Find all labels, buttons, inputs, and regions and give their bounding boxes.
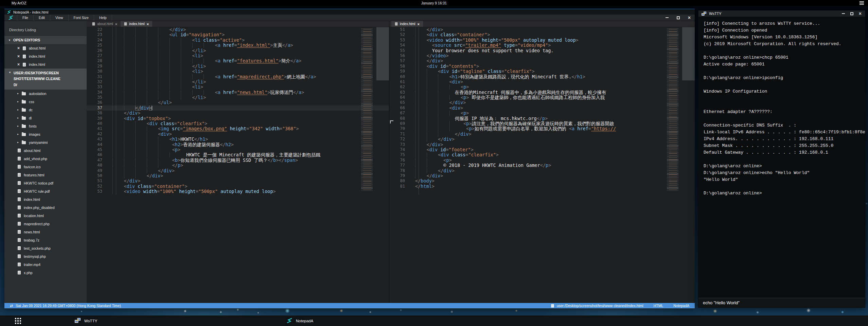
file-item[interactable]: mapredirect.php — [4, 220, 87, 228]
code-line[interactable]: 55 Your browser does not support the vid… — [389, 48, 695, 53]
code-line[interactable]: 72 </div> — [389, 137, 695, 142]
taskbar-item-notepada[interactable]: NotepadA — [282, 315, 318, 326]
code-line[interactable]: 54 <source src="trailer.mp4" type="video… — [389, 43, 695, 48]
tab-about.html[interactable]: about.html× — [89, 21, 121, 27]
code-line[interactable]: 51 </div> — [389, 27, 695, 32]
folder-item[interactable]: ▸dc — [4, 106, 87, 114]
code-line[interactable]: 62 <p> — [389, 84, 695, 90]
code-line[interactable]: 78 </div> — [389, 168, 695, 173]
status-language-mode[interactable]: HTML — [654, 304, 663, 308]
file-item[interactable]: features.html — [4, 171, 87, 179]
open-editors-header[interactable]: ▾ OPEN EDITORS — [4, 36, 87, 44]
code-line[interactable]: 68 伺服器 IP 地址為： mcs.hkwtc.org</p> — [389, 116, 695, 121]
close-tab-icon[interactable]: × — [147, 22, 149, 26]
folder-item[interactable]: ▸yamiyamimi — [4, 138, 87, 147]
maximize-icon[interactable] — [677, 16, 680, 19]
folder-item[interactable]: ▸dl — [4, 114, 87, 122]
close-icon[interactable]: × — [688, 15, 691, 20]
code-line[interactable]: 51 </div> — [87, 178, 389, 184]
code-line[interactable]: 56 </video> — [389, 53, 695, 58]
folder-item[interactable]: ▸css — [4, 98, 87, 106]
close-tab-icon[interactable]: × — [418, 22, 420, 26]
minimize-icon[interactable] — [842, 13, 845, 14]
notepada-title-bar[interactable]: NotepadA - index.html — [4, 9, 695, 15]
code-line[interactable]: 30 <li> — [87, 69, 389, 74]
code-line[interactable]: 50 </div> — [87, 173, 389, 178]
code-line[interactable]: 80</body> — [389, 178, 695, 184]
code-line[interactable]: 32 </li> — [87, 79, 389, 84]
file-item[interactable]: location.html — [4, 212, 87, 220]
file-item[interactable]: test_sockets.php — [4, 244, 87, 252]
code-line[interactable]: 40 <div class="clearfix"> — [87, 121, 389, 126]
code-line[interactable]: 34 <a href="news.html">玩家傳送門</a> — [87, 90, 389, 95]
menu-file[interactable]: File — [17, 15, 34, 21]
code-line[interactable]: 65 </div> — [389, 100, 695, 105]
close-tab-icon[interactable]: × — [115, 22, 117, 26]
folder-item[interactable]: ▸autostation — [4, 90, 87, 98]
close-file-icon[interactable]: × — [17, 46, 20, 50]
code-line[interactable]: 44 <h2>香港的建築伺服器</h2> — [87, 142, 389, 147]
code-line[interactable]: 45 <p> — [87, 147, 389, 152]
code-line[interactable]: 66 <div> — [389, 106, 695, 111]
file-item[interactable]: teabag.7z — [4, 236, 87, 244]
status-file-path[interactable]: user:/Desktop/screenshot/test/www cleane… — [557, 304, 643, 308]
code-line[interactable]: 38 </div> — [87, 111, 389, 116]
close-file-icon[interactable]: × — [17, 54, 20, 58]
menu-help[interactable]: Help — [94, 15, 112, 21]
code-line[interactable]: 52 <div class="container"> — [87, 184, 389, 189]
file-item[interactable]: news.html — [4, 228, 87, 236]
file-item[interactable]: about.html — [4, 147, 87, 155]
code-line[interactable]: 64 <p> 即使你不是建築師，你也能透過紅石師或鐵路工程師的身份加入我 — [389, 95, 695, 100]
file-item[interactable]: index.php_disabled — [4, 204, 87, 212]
code-line[interactable]: 77 © 2018 - 2019 HKWTC Animation Gamer</… — [389, 163, 695, 168]
code-line[interactable]: 58 <div id="contents"> — [389, 64, 695, 69]
code-line[interactable]: 71 </div> — [389, 132, 695, 137]
scrollbar-thumb[interactable] — [682, 27, 695, 80]
file-item[interactable]: favicon.ico — [4, 163, 87, 171]
code-line[interactable]: 41 <img src="images/box.png" height="342… — [87, 126, 389, 131]
terminal-input[interactable]: echo "Hello World" — [698, 298, 865, 307]
code-line[interactable]: 74 <div id="footer"> — [389, 147, 695, 152]
code-line[interactable]: 33 <li> — [87, 84, 389, 90]
code-line[interactable]: 27 <li> — [87, 53, 389, 58]
code-line[interactable]: 39 <div id="topbox"> — [87, 116, 389, 121]
code-line[interactable]: 46 HKWTC 是一個 Minecraft 的建築伺服器，主要建築計劃包括鐵 — [87, 152, 389, 157]
tab-index.html[interactable]: index.html× — [391, 21, 423, 27]
code-area-left[interactable]: 22 </div>23 <ul id="navigation">24 <li c… — [87, 27, 389, 303]
code-line[interactable]: 23 <ul id="navigation"> — [87, 32, 389, 37]
notepada-logo-icon[interactable] — [4, 15, 17, 21]
code-line[interactable]: 28 <a href="features.html">簡介</a> — [87, 58, 389, 63]
code-line[interactable]: 69 <p>請注意，我們的伺服器為確保玩家及遊玩時的質素，我們對的服器開啟 — [389, 121, 695, 126]
code-line[interactable]: 53 <video width="100%" height="500px" au… — [87, 189, 389, 194]
code-line[interactable]: 59 <div id="tagline" class="clearfix"> — [389, 69, 695, 74]
code-line[interactable]: 73 </div> — [389, 142, 695, 147]
file-item[interactable]: HKWTC rule.pdf — [4, 187, 87, 195]
folder-item[interactable]: ▸fonts — [4, 122, 87, 130]
open-editor-item[interactable]: ×index.html — [4, 52, 87, 60]
code-line[interactable]: 24 <li class="active"> — [87, 38, 389, 43]
code-area-right[interactable]: 51 </div>52 <div class="container">53 <v… — [389, 27, 695, 303]
code-line[interactable]: 42 <div> — [87, 132, 389, 137]
menu-font-size[interactable]: Font Size — [69, 15, 94, 21]
workspace-header[interactable]: ▾ USER:/DESKTOP/SCREENSHOT/TEST/WWW CLEA… — [4, 69, 87, 90]
scrollbar-thumb[interactable] — [376, 27, 389, 80]
menu-edit[interactable]: Edit — [34, 15, 50, 21]
code-line[interactable]: 70 <p>如有問題或需要申請白名單，歡迎加入我們的 <a href="http… — [389, 126, 695, 131]
open-editor-item[interactable]: ×index.html — [4, 60, 87, 69]
code-line[interactable]: 36 </ul> — [87, 100, 389, 105]
code-line[interactable]: 61 <div> — [389, 79, 695, 84]
file-item[interactable]: HKWTC notice.pdf — [4, 179, 87, 187]
minimap[interactable] — [667, 28, 682, 191]
code-line[interactable]: 63 在香港的Minecraft 伺服器中，多為小遊戲和純生存的伺服器，較少擁有 — [389, 90, 695, 95]
taskbar-item-wstty[interactable]: WsTTY — [70, 315, 102, 326]
file-item[interactable]: index.html — [4, 195, 87, 204]
code-line[interactable]: 25 <a href="index.html">主頁</a> — [87, 43, 389, 48]
code-line[interactable]: 49 </div> — [87, 168, 389, 173]
code-line[interactable]: 52 <div class="container"> — [389, 32, 695, 37]
code-line[interactable]: 43 <h1>HKWTC</h1> — [87, 137, 389, 142]
code-line[interactable]: 81</html> — [389, 184, 695, 189]
tab-index.html[interactable]: index.html× — [121, 21, 152, 27]
code-line[interactable]: 31 <a href="mapredirect.php">網上地圖</a> — [87, 74, 389, 79]
code-line[interactable]: 57 </div> — [389, 58, 695, 63]
code-line[interactable]: 22 </div> — [87, 27, 389, 32]
